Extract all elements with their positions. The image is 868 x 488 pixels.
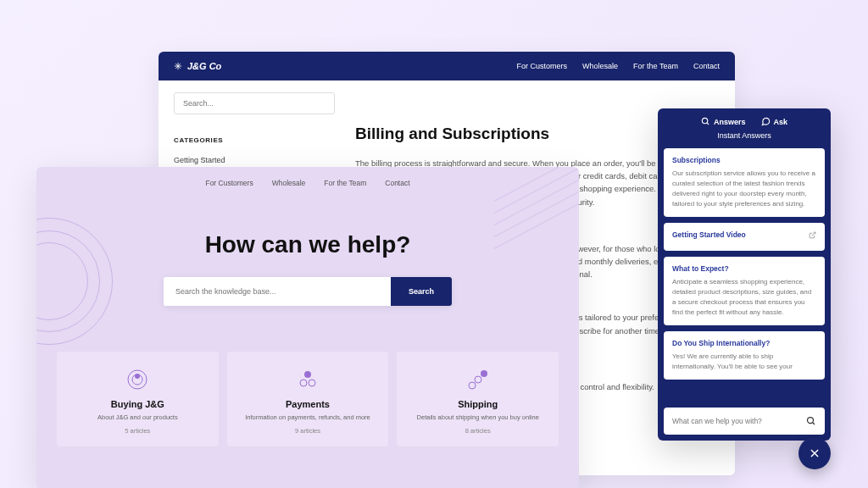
- svg-point-5: [309, 380, 315, 386]
- nav-team[interactable]: For the Team: [324, 179, 366, 187]
- answers-list: Subscriptions Our subscription service a…: [658, 148, 831, 408]
- svg-point-2: [135, 374, 140, 379]
- category-getting-started[interactable]: Getting Started: [174, 152, 335, 168]
- svg-line-13: [813, 423, 815, 425]
- nav-customers[interactable]: For Customers: [205, 179, 253, 187]
- category-cards: Buying J&G About J&G and our products 5 …: [36, 352, 579, 446]
- card-count: 5 articles: [67, 427, 209, 435]
- chat-icon: [761, 117, 771, 126]
- target-icon: [67, 367, 209, 392]
- svg-point-6: [481, 370, 487, 377]
- primary-nav: For Customers Wholesale For the Team Con…: [517, 62, 720, 70]
- tab-answers-label: Answers: [714, 118, 746, 126]
- kb-nav: For Customers Wholesale For the Team Con…: [36, 167, 579, 199]
- svg-point-3: [304, 371, 311, 378]
- card-title: Buying J&G: [67, 399, 209, 409]
- answer-card[interactable]: What to Expect? Anticipate a seamless sh…: [664, 257, 825, 325]
- brand[interactable]: J&G Co: [174, 61, 221, 71]
- widget-tabs: Answers Ask: [658, 108, 831, 131]
- sparkle-icon: [174, 62, 182, 70]
- svg-point-4: [300, 380, 307, 386]
- answer-title: Getting Started Video: [672, 230, 816, 239]
- chain-icon: [407, 367, 548, 392]
- external-link-icon: [809, 231, 816, 239]
- widget-search-input[interactable]: [672, 417, 806, 425]
- kb-search-input[interactable]: [164, 277, 391, 306]
- nav-contact[interactable]: Contact: [385, 179, 409, 187]
- tab-ask-label: Ask: [774, 118, 788, 126]
- search-icon: [701, 117, 710, 126]
- kb-search-button[interactable]: Search: [391, 277, 452, 306]
- widget-subtitle: Instant Answers: [658, 131, 831, 148]
- hero-title: How can we help?: [36, 231, 579, 258]
- card-subtitle: Details about shipping when you buy onli…: [407, 413, 548, 421]
- close-icon: [809, 447, 821, 459]
- kb-home-window: For Customers Wholesale For the Team Con…: [36, 167, 579, 488]
- kb-search: Search: [164, 277, 452, 306]
- card-title: Shipping: [407, 399, 548, 409]
- search-input[interactable]: [174, 92, 335, 114]
- answer-title: What to Expect?: [672, 264, 816, 273]
- nav-wholesale[interactable]: Wholesale: [582, 62, 618, 70]
- card-shipping[interactable]: Shipping Details about shipping when you…: [397, 352, 559, 446]
- svg-point-0: [128, 370, 147, 389]
- card-subtitle: Information on payments, refunds, and mo…: [237, 413, 379, 421]
- header: J&G Co For Customers Wholesale For the T…: [159, 52, 735, 80]
- card-title: Payments: [237, 399, 379, 409]
- answer-body: Anticipate a seamless shopping experienc…: [672, 277, 816, 318]
- widget-search-row: [664, 408, 825, 435]
- close-widget-button[interactable]: [798, 437, 831, 469]
- brand-text: J&G Co: [187, 61, 221, 71]
- svg-point-7: [475, 376, 481, 383]
- nav-team[interactable]: For the Team: [633, 62, 678, 70]
- answer-title: Do You Ship Internationally?: [672, 339, 816, 347]
- answer-card[interactable]: Subscriptions Our subscription service a…: [664, 148, 825, 217]
- circles-icon: [237, 367, 379, 392]
- nav-contact[interactable]: Contact: [693, 62, 720, 70]
- svg-line-11: [812, 232, 815, 236]
- nav-customers[interactable]: For Customers: [517, 62, 568, 70]
- search-icon[interactable]: [806, 416, 816, 426]
- card-count: 8 articles: [407, 427, 548, 435]
- answer-card[interactable]: Do You Ship Internationally? Yes! We are…: [664, 331, 825, 380]
- svg-line-10: [707, 123, 709, 125]
- svg-point-9: [702, 118, 707, 123]
- card-count: 9 articles: [237, 427, 379, 435]
- tab-ask[interactable]: Ask: [761, 117, 788, 126]
- answer-card[interactable]: Getting Started Video: [664, 223, 825, 251]
- categories-heading: CATEGORIES: [174, 136, 335, 144]
- card-payments[interactable]: Payments Information on payments, refund…: [227, 352, 389, 446]
- card-buying[interactable]: Buying J&G About J&G and our products 5 …: [57, 352, 219, 446]
- svg-point-8: [469, 382, 476, 389]
- nav-wholesale[interactable]: Wholesale: [272, 179, 306, 187]
- svg-point-12: [808, 418, 814, 424]
- answers-widget: Answers Ask Instant Answers Subscription…: [658, 108, 831, 441]
- card-subtitle: About J&G and our products: [67, 413, 209, 421]
- answer-title: Subscriptions: [672, 156, 816, 164]
- tab-answers[interactable]: Answers: [701, 117, 746, 126]
- answer-body: Our subscription service allows you to r…: [672, 169, 816, 209]
- answer-body: Yes! We are currently able to ship inter…: [672, 352, 816, 372]
